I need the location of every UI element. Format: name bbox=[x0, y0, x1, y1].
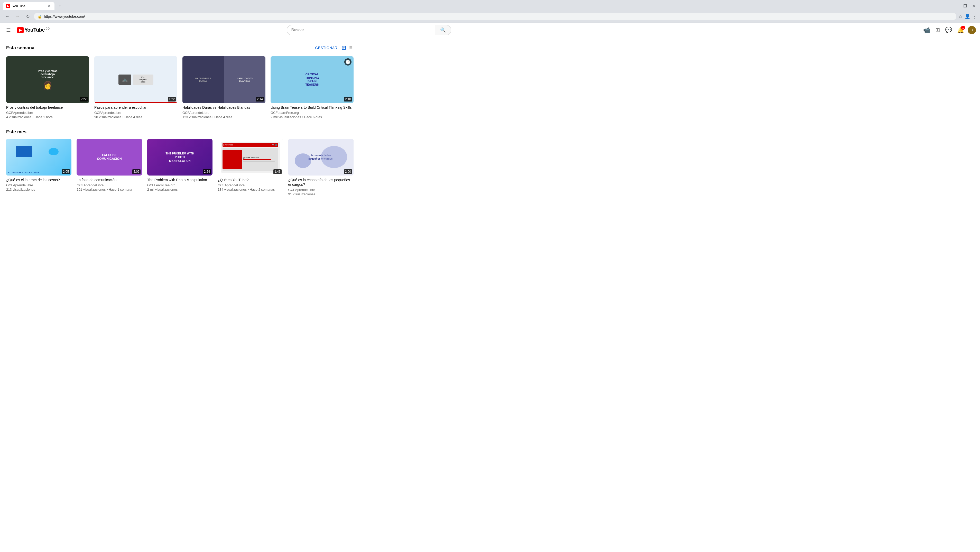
logo-country: CO bbox=[46, 27, 49, 30]
header-actions: 📹 ⊞ 💬 🔔 1 U bbox=[922, 25, 976, 35]
search-bar: 🔍 bbox=[287, 25, 451, 35]
watch-later-icon[interactable]: 🕐 bbox=[344, 58, 352, 65]
video-card[interactable]: Habilidadesduras Habilidadesblandas 2:14… bbox=[183, 56, 266, 119]
extensions-icon[interactable]: ⋮ bbox=[972, 14, 977, 19]
video-card[interactable]: Pros y contras del trabajo freelance 👩 2… bbox=[6, 56, 89, 119]
youtube-header: ☰ ▶ YouTube CO 🔍 📹 ⊞ 💬 🔔 1 U bbox=[0, 23, 980, 37]
logo-text: YouTube bbox=[24, 27, 45, 33]
video-thumbnail-wrapper: Pros y contras del trabajo freelance 👩 2… bbox=[6, 56, 89, 103]
esta-semana-header: Esta semana GESTIONAR ⊞ ≡ bbox=[6, 43, 353, 52]
video-card[interactable]: FALTA DECOMUNICACIÓN 2:06 La falta de co… bbox=[76, 139, 142, 196]
thumbnail-critical: CRITICALTHINKINGBRAINTEASERS bbox=[270, 56, 353, 103]
thumbnail-freelance: Pros y contras del trabajo freelance 👩 bbox=[6, 56, 89, 103]
avatar[interactable]: U bbox=[968, 26, 976, 34]
video-card[interactable]: Economía de lospequeños encargos. 2:00 ¿… bbox=[288, 139, 353, 196]
forward-button[interactable]: → bbox=[13, 12, 22, 21]
video-thumbnail-wrapper: Habilidadesduras Habilidadesblandas 2:14 bbox=[183, 56, 266, 103]
close-button[interactable]: ✕ bbox=[970, 3, 977, 9]
video-channel: GCFLearnFree.org bbox=[270, 111, 353, 115]
video-title: Habilidades Duras vs Habilidades Blandas bbox=[183, 105, 266, 110]
video-title: Pasos para aprender a escuchar bbox=[94, 105, 177, 110]
thumbnail-economia: Economía de lospequeños encargos. bbox=[288, 139, 353, 175]
video-duration: 2:24 bbox=[203, 169, 211, 174]
video-thumbnail-wrapper: EL INTERNET DE LAS COSA 2:05 bbox=[6, 139, 72, 175]
thumbnail-text: THE PROBLEM WITHPHOTOMANIPULATION bbox=[164, 150, 196, 165]
youtube-logo[interactable]: ▶ YouTube CO bbox=[17, 27, 49, 33]
browser-chrome: ▶ YouTube ✕ + ─ ❐ ✕ ← → ↻ 🔒 https://www.… bbox=[0, 0, 980, 23]
esta-semana-title: Esta semana bbox=[6, 45, 35, 51]
video-meta: 2 mil visualizaciones bbox=[147, 188, 213, 191]
menu-icon[interactable]: ☰ bbox=[4, 25, 13, 35]
video-duration: 2:14 bbox=[256, 97, 264, 102]
gestionar-button[interactable]: GESTIONAR bbox=[315, 46, 337, 50]
maximize-button[interactable]: ❐ bbox=[962, 3, 969, 9]
video-card[interactable]: ▶ YouTube 🔍 📹 ¿Qué es Youtube? bbox=[218, 139, 283, 196]
video-title: ¿Qué es YouTube? bbox=[218, 178, 283, 182]
video-thumbnail-wrapper: THE PROBLEM WITHPHOTOMANIPULATION 2:24 bbox=[147, 139, 213, 175]
profile-icon[interactable]: 👤 bbox=[964, 14, 970, 19]
video-meta: 91 visualizaciones bbox=[288, 192, 353, 196]
upload-icon[interactable]: 📹 bbox=[922, 25, 932, 35]
window-controls: ─ ❐ ✕ bbox=[954, 3, 977, 9]
video-duration: 1:43 bbox=[274, 169, 282, 174]
bookmark-icon[interactable]: ☆ bbox=[958, 14, 963, 19]
thumbnail-text: FALTA DECOMUNICACIÓN bbox=[95, 151, 124, 163]
video-channel: GCFAprendeLibre bbox=[6, 183, 72, 187]
search-button[interactable]: 🔍 bbox=[435, 25, 451, 35]
video-duration: 2:00 bbox=[344, 169, 352, 174]
video-card[interactable]: THE PROBLEM WITHPHOTOMANIPULATION 2:24 T… bbox=[147, 139, 213, 196]
video-meta: 2 mil visualizaciones • Hace 6 días bbox=[270, 115, 353, 119]
video-thumbnail-wrapper: 🚲 Perempleaados 1:22 bbox=[94, 56, 177, 103]
tab-close-button[interactable]: ✕ bbox=[47, 3, 51, 8]
browser-titlebar: ▶ YouTube ✕ + ─ ❐ ✕ bbox=[3, 2, 977, 10]
grid-view-button[interactable]: ⊞ bbox=[340, 43, 347, 52]
video-duration: 2:22 bbox=[80, 97, 88, 102]
browser-tab[interactable]: ▶ YouTube ✕ bbox=[3, 2, 54, 10]
new-tab-button[interactable]: + bbox=[57, 2, 64, 10]
video-duration: 2:06 bbox=[132, 169, 140, 174]
video-duration: 1:22 bbox=[168, 97, 176, 102]
main-content: Esta semana GESTIONAR ⊞ ≡ Pros y contras… bbox=[0, 37, 360, 202]
video-thumbnail-wrapper: Economía de lospequeños encargos. 2:00 bbox=[288, 139, 353, 175]
video-channel: GCFAprendeLibre bbox=[288, 188, 353, 192]
notification-icon[interactable]: 🔔 1 bbox=[956, 25, 966, 35]
video-card[interactable]: CRITICALTHINKINGBRAINTEASERS 🕐 2:10 ⋮ Us… bbox=[270, 56, 353, 119]
address-bar[interactable]: 🔒 https://www.youtube.com/ bbox=[34, 13, 956, 20]
video-meta: 134 visualizaciones • Hace 2 semanas bbox=[218, 188, 283, 191]
video-channel: GCFAprendeLibre bbox=[183, 111, 266, 115]
video-title: Using Brain Teasers to Build Critical Th… bbox=[270, 105, 353, 110]
logo-icon: ▶ bbox=[17, 27, 24, 33]
video-channel: GCFAprendeLibre bbox=[94, 111, 177, 115]
video-duration: 2:05 bbox=[62, 169, 70, 174]
thumbnail-text: Pros y contras del trabajo freelance 👩 bbox=[36, 67, 59, 92]
section-actions: GESTIONAR ⊞ ≡ bbox=[315, 43, 353, 52]
search-input[interactable] bbox=[287, 25, 435, 35]
este-mes-header: Este mes bbox=[6, 129, 353, 135]
video-meta: 123 visualizaciones • Hace 4 días bbox=[183, 115, 266, 119]
back-button[interactable]: ← bbox=[3, 12, 11, 21]
video-meta: 101 visualizaciones • Hace 1 semana bbox=[76, 188, 142, 191]
browser-toolbar: ← → ↻ 🔒 https://www.youtube.com/ ☆ 👤 ⋮ bbox=[3, 11, 977, 22]
video-thumbnail-wrapper: CRITICALTHINKINGBRAINTEASERS 🕐 2:10 ⋮ bbox=[270, 56, 353, 103]
este-mes-title: Este mes bbox=[6, 129, 27, 135]
video-card[interactable]: EL INTERNET DE LAS COSA 2:05 ¿Qué es el … bbox=[6, 139, 72, 196]
video-thumbnail-wrapper: ▶ YouTube 🔍 📹 ¿Qué es Youtube? bbox=[218, 139, 283, 175]
video-meta: 4 visualizaciones • Hace 1 hora bbox=[6, 115, 89, 119]
video-meta: 213 visualizaciones bbox=[6, 188, 72, 191]
refresh-button[interactable]: ↻ bbox=[24, 12, 32, 21]
apps-icon[interactable]: ⊞ bbox=[934, 25, 942, 35]
thumbnail-aprender: 🚲 Perempleaados bbox=[94, 56, 177, 103]
thumbnail-habilidades: Habilidadesduras Habilidadesblandas bbox=[183, 56, 266, 103]
minimize-button[interactable]: ─ bbox=[954, 3, 960, 9]
messages-icon[interactable]: 💬 bbox=[943, 25, 953, 35]
video-card[interactable]: 🚲 Perempleaados 1:22 Pasos para aprender… bbox=[94, 56, 177, 119]
list-view-button[interactable]: ≡ bbox=[348, 43, 353, 52]
video-channel: GCFAprendeLibre bbox=[218, 183, 283, 187]
video-menu-icon[interactable]: ⋮ bbox=[346, 87, 352, 94]
este-mes-grid: EL INTERNET DE LAS COSA 2:05 ¿Qué es el … bbox=[6, 139, 353, 196]
thumbnail-inner: ▶ YouTube 🔍 📹 ¿Qué es Youtube? bbox=[221, 142, 280, 173]
video-channel: GCFLearnFree.org bbox=[147, 183, 213, 187]
esta-semana-grid: Pros y contras del trabajo freelance 👩 2… bbox=[6, 56, 353, 119]
url-text: https://www.youtube.com/ bbox=[44, 14, 85, 19]
lock-icon: 🔒 bbox=[38, 14, 42, 19]
